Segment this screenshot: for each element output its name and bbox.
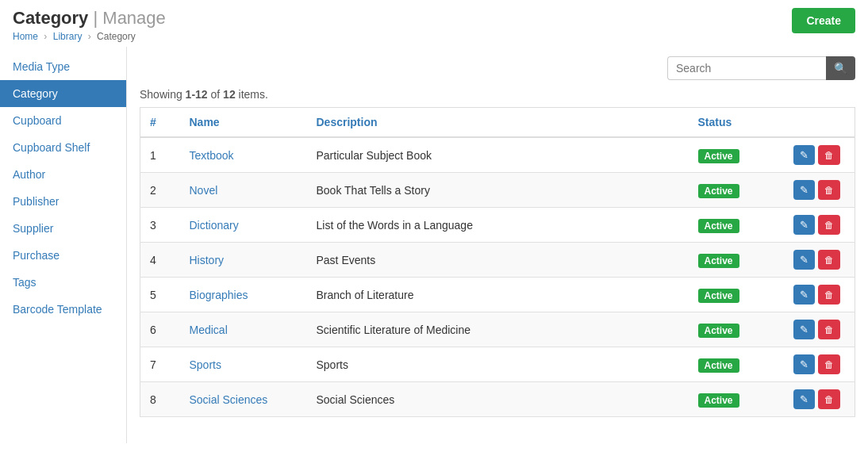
row-name-link[interactable]: Biographies xyxy=(190,289,248,301)
table-header-row: # Name Description Status xyxy=(140,108,855,138)
cell-name: Textbook xyxy=(180,137,307,173)
delete-button[interactable]: 🗑 xyxy=(818,320,840,339)
page-header: Category | Manage Home › Library › Categ… xyxy=(13,8,166,42)
category-table: # Name Description Status 1TextbookParti… xyxy=(140,107,855,417)
sidebar-item-barcode-template[interactable]: Barcode Template xyxy=(0,296,126,323)
edit-icon: ✎ xyxy=(800,184,808,196)
cell-status: Active xyxy=(689,278,784,312)
edit-icon: ✎ xyxy=(800,324,808,335)
breadcrumb: Home › Library › Category xyxy=(13,31,166,42)
row-name-link[interactable]: Medical xyxy=(190,324,228,336)
status-badge: Active xyxy=(698,184,739,198)
trash-icon: 🗑 xyxy=(824,289,834,301)
row-name-link[interactable]: Sports xyxy=(190,358,221,371)
cell-description: Book That Tells a Story xyxy=(307,173,689,208)
search-bar: 🔍 xyxy=(140,56,855,80)
cell-status: Active xyxy=(689,382,784,417)
sidebar-item-category[interactable]: Category xyxy=(0,80,126,107)
status-badge: Active xyxy=(698,219,739,233)
page-wrapper: Category | Manage Home › Library › Categ… xyxy=(0,0,868,443)
trash-icon: 🗑 xyxy=(824,185,834,196)
cell-name: Biographies xyxy=(180,278,307,312)
sidebar-item-tags[interactable]: Tags xyxy=(0,269,126,296)
edit-button[interactable]: ✎ xyxy=(793,180,815,200)
sidebar-item-publisher[interactable]: Publisher xyxy=(0,188,126,215)
cell-description: Sports xyxy=(307,347,689,382)
breadcrumb-library[interactable]: Library xyxy=(53,31,83,42)
cell-actions: ✎🗑 xyxy=(784,208,855,243)
cell-status: Active xyxy=(689,243,784,278)
showing-text: Showing 1-12 of 12 items. xyxy=(140,88,855,101)
breadcrumb-sep-1: › xyxy=(44,31,47,42)
trash-icon: 🗑 xyxy=(824,324,834,335)
search-button[interactable]: 🔍 xyxy=(826,56,855,80)
cell-actions: ✎🗑 xyxy=(784,243,855,278)
delete-button[interactable]: 🗑 xyxy=(818,215,840,235)
edit-button[interactable]: ✎ xyxy=(793,320,815,339)
edit-button[interactable]: ✎ xyxy=(793,250,815,270)
cell-name: Dictionary xyxy=(180,208,307,243)
edit-icon: ✎ xyxy=(800,358,808,370)
delete-button[interactable]: 🗑 xyxy=(818,285,840,305)
page-title: Category | Manage xyxy=(13,8,166,29)
trash-icon: 🗑 xyxy=(824,150,834,161)
sidebar-item-cupboard-shelf[interactable]: Cupboard Shelf xyxy=(0,134,126,161)
cell-status: Active xyxy=(689,173,784,208)
edit-button[interactable]: ✎ xyxy=(793,215,815,235)
delete-button[interactable]: 🗑 xyxy=(818,354,840,374)
delete-button[interactable]: 🗑 xyxy=(818,180,840,200)
create-button[interactable]: Create xyxy=(792,8,855,33)
edit-button[interactable]: ✎ xyxy=(793,354,815,374)
search-input[interactable] xyxy=(667,56,826,80)
edit-icon: ✎ xyxy=(800,393,808,405)
col-header-actions xyxy=(784,108,855,138)
table-row: 5BiographiesBranch of LiteratureActive✎🗑 xyxy=(140,278,855,312)
cell-description: Scientific Literature of Medicine xyxy=(307,312,689,347)
table-row: 4HistoryPast EventsActive✎🗑 xyxy=(140,243,855,278)
cell-description: Particular Subject Book xyxy=(307,137,689,173)
edit-button[interactable]: ✎ xyxy=(793,389,815,409)
cell-num: 7 xyxy=(140,347,180,382)
col-header-description: Description xyxy=(307,108,689,138)
table-row: 7SportsSportsActive✎🗑 xyxy=(140,347,855,382)
cell-status: Active xyxy=(689,312,784,347)
row-name-link[interactable]: Textbook xyxy=(190,149,234,162)
cell-actions: ✎🗑 xyxy=(784,173,855,208)
row-name-link[interactable]: Dictionary xyxy=(190,219,239,232)
sidebar-item-supplier[interactable]: Supplier xyxy=(0,215,126,242)
sidebar-item-purchase[interactable]: Purchase xyxy=(0,242,126,269)
edit-icon: ✎ xyxy=(800,149,808,161)
table-row: 6MedicalScientific Literature of Medicin… xyxy=(140,312,855,347)
status-badge: Active xyxy=(698,149,739,163)
delete-button[interactable]: 🗑 xyxy=(818,250,840,270)
row-name-link[interactable]: Novel xyxy=(190,184,218,197)
edit-icon: ✎ xyxy=(800,219,808,231)
col-header-name: Name xyxy=(180,108,307,138)
main-content: 🔍 Showing 1-12 of 12 items. # Name Descr… xyxy=(127,47,868,443)
edit-button[interactable]: ✎ xyxy=(793,145,815,165)
breadcrumb-sep-2: › xyxy=(88,31,91,42)
row-name-link[interactable]: Social Sciences xyxy=(190,393,268,406)
trash-icon: 🗑 xyxy=(824,394,834,405)
sidebar-item-author[interactable]: Author xyxy=(0,161,126,188)
status-badge: Active xyxy=(698,289,739,303)
delete-button[interactable]: 🗑 xyxy=(818,389,840,409)
cell-actions: ✎🗑 xyxy=(784,312,855,347)
cell-description: Past Events xyxy=(307,243,689,278)
breadcrumb-home[interactable]: Home xyxy=(13,31,38,42)
trash-icon: 🗑 xyxy=(824,359,834,370)
row-name-link[interactable]: History xyxy=(190,254,225,266)
status-badge: Active xyxy=(698,324,739,338)
edit-icon: ✎ xyxy=(800,254,808,266)
sidebar-item-cupboard[interactable]: Cupboard xyxy=(0,107,126,134)
cell-actions: ✎🗑 xyxy=(784,382,855,417)
cell-num: 8 xyxy=(140,382,180,417)
cell-num: 2 xyxy=(140,173,180,208)
cell-status: Active xyxy=(689,208,784,243)
cell-name: Social Sciences xyxy=(180,382,307,417)
delete-button[interactable]: 🗑 xyxy=(818,145,840,165)
edit-button[interactable]: ✎ xyxy=(793,285,815,305)
col-header-num: # xyxy=(140,108,180,138)
cell-actions: ✎🗑 xyxy=(784,347,855,382)
sidebar-item-media-type[interactable]: Media Type xyxy=(0,53,126,80)
